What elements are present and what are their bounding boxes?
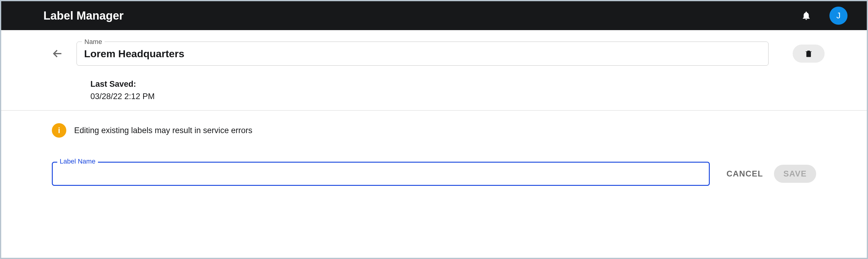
content-section: Name Last Saved: 03/28/22 2:12 PM	[1, 30, 867, 110]
page-title: Label Manager	[43, 9, 124, 22]
label-name-wrapper: Label Name	[52, 162, 710, 186]
name-label: Name	[82, 38, 104, 46]
info-icon: i	[52, 123, 66, 138]
action-buttons: CANCEL SAVE	[727, 165, 816, 183]
label-name-input[interactable]	[52, 162, 710, 186]
name-input[interactable]	[76, 41, 769, 66]
avatar[interactable]: J	[830, 7, 847, 25]
label-edit-section: Label Name CANCEL SAVE	[1, 144, 867, 192]
back-arrow-icon[interactable]	[52, 48, 63, 59]
notifications-icon[interactable]	[801, 10, 811, 21]
last-saved: Last Saved: 03/28/22 2:12 PM	[90, 79, 825, 101]
trash-icon	[804, 49, 813, 58]
warning-text: Editing existing labels may result in se…	[74, 126, 252, 135]
name-input-wrapper: Name	[76, 41, 769, 66]
label-name-label: Label Name	[57, 158, 98, 165]
save-button[interactable]: SAVE	[774, 165, 816, 183]
last-saved-label: Last Saved:	[90, 79, 825, 89]
delete-button[interactable]	[793, 44, 825, 63]
header: Label Manager J	[1, 1, 867, 30]
cancel-button[interactable]: CANCEL	[727, 169, 764, 179]
name-row: Name	[52, 41, 825, 66]
last-saved-value: 03/28/22 2:12 PM	[90, 92, 825, 101]
header-right: J	[801, 7, 847, 25]
app-container: Label Manager J Name Last Saved: 03/28/2…	[1, 1, 867, 258]
warning-section: i Editing existing labels may result in …	[1, 110, 867, 144]
